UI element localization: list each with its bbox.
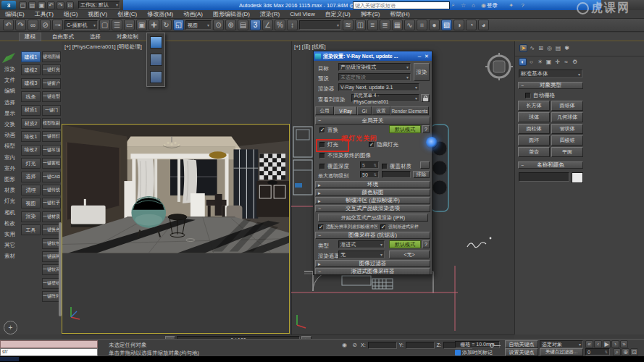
updates-icon[interactable]: ✦	[507, 1, 515, 9]
rollout-name-color[interactable]: −名称和颜色	[518, 161, 583, 169]
render-mask-dropdown[interactable]: 无▾	[338, 251, 385, 258]
curve-editor-icon[interactable]: ∿	[404, 20, 415, 30]
sidebar-cat-8[interactable]: 灯光	[21, 158, 41, 169]
sidebar-cat-5[interactable]: 材质2	[21, 118, 41, 129]
menu-4[interactable]: 创建(C)	[112, 10, 142, 18]
rect-region-icon[interactable]: ▭	[124, 20, 135, 30]
left-viewport-label[interactable]: [+] [PhysCamera001] [明暗处理]	[64, 43, 142, 51]
shapes-icon[interactable]: ○	[527, 58, 535, 66]
sidebar-action-1[interactable]: 一键灯光	[42, 64, 61, 75]
transparency-spinner[interactable]: 50⇅	[360, 171, 379, 178]
sidebar-action-2[interactable]: 一键窗户	[42, 78, 61, 89]
project-folder-icon[interactable]: ⊡	[66, 1, 74, 9]
rollout-frame-buffer[interactable]: ▸帧缓冲区 (虚拟帧缓冲)	[315, 197, 430, 204]
view-to-render-dropdown[interactable]: 四元菜单 4 - PhysCamera001▾	[351, 94, 419, 102]
hierarchy-tab-icon[interactable]: ⊞	[537, 44, 545, 52]
flyout-option-1-icon[interactable]	[150, 36, 162, 49]
go-end-icon[interactable]: »	[620, 340, 628, 348]
app-menu-button[interactable]: 3	[1, 1, 16, 9]
geometry-icon[interactable]: ◐	[519, 58, 527, 66]
menu-10[interactable]: 自定义(U)	[320, 10, 356, 18]
ribbon-tab-3[interactable]: 对象绘制	[112, 33, 143, 41]
hidden-lights-checkbox[interactable]: ✓隐藏灯光	[369, 141, 398, 148]
override-material-checkbox[interactable]: 覆盖材质	[382, 163, 411, 170]
material-editor-icon[interactable]: ●	[429, 20, 440, 30]
use-center-icon[interactable]: ⊙	[213, 20, 224, 30]
create-球体-button[interactable]: 球体	[518, 112, 550, 122]
sidebar-tab-16[interactable]: 其它	[0, 242, 20, 249]
key-filters-button[interactable]: 关键点过滤器...	[540, 348, 583, 356]
depth-spinner[interactable]: 5⇅	[360, 161, 379, 169]
sidebar-tab-11[interactable]: 材质	[0, 187, 20, 194]
sidebar-action-10[interactable]: 一键传统	[42, 185, 61, 195]
exclude-button[interactable]: 排除	[413, 171, 430, 178]
zoom-all-icon[interactable]: ⊕	[622, 348, 630, 356]
ribbon-tab-1[interactable]: 自由形式	[47, 33, 79, 41]
rollout-object-type[interactable]: −对象类型	[518, 82, 583, 89]
open-file-icon[interactable]: ▤	[28, 1, 36, 9]
create-茶壶-button[interactable]: 茶壶	[518, 147, 550, 157]
undo-icon[interactable]: ↶	[47, 1, 55, 9]
menu-9[interactable]: Civil View	[285, 11, 320, 17]
spinner-snap-icon[interactable]: ↕	[287, 20, 298, 30]
render-button[interactable]: 渲染	[414, 63, 430, 81]
go-start-icon[interactable]: «	[585, 340, 593, 348]
flyout-option-3-icon[interactable]	[150, 71, 162, 83]
menu-7[interactable]: 图形编辑器(D)	[208, 10, 255, 18]
schematic-view-icon[interactable]: ⌗	[417, 20, 427, 30]
sidebar-tab-12[interactable]: 灯光	[0, 198, 20, 205]
search-go-icon[interactable]: ⌕	[449, 1, 457, 9]
force-progressive-checkbox[interactable]: ✓强制渐进式采样	[380, 224, 419, 230]
vray-tab-3[interactable]: 设置	[372, 106, 390, 115]
sidebar-action-0[interactable]: 一键地面铺贴	[42, 51, 61, 62]
start-ipr-button[interactable]: 开始交互式产品级渲染 (IPR)	[318, 214, 428, 222]
create-几何球体-button[interactable]: 几何球体	[551, 112, 583, 122]
displacement-checkbox[interactable]: ✓置换	[319, 127, 338, 134]
select-and-link-icon[interactable]: ∞	[28, 20, 38, 30]
next-key-icon[interactable]: ›	[611, 340, 619, 348]
sidebar-tab-15[interactable]: 实用	[0, 231, 20, 238]
selection-lock-icon[interactable]: ⊘	[351, 341, 359, 349]
current-frame-field[interactable]: 0⇅	[585, 348, 610, 355]
create-四棱锥-button[interactable]: 四棱锥	[551, 135, 583, 146]
sidebar-action-12[interactable]: 一键材质	[42, 211, 61, 222]
sidebar-tab-13[interactable]: 相机	[0, 209, 20, 216]
rollout-environment[interactable]: ▸环境	[315, 181, 430, 188]
signin-link[interactable]: 登录	[487, 2, 498, 9]
override-material-picker-button[interactable]	[420, 161, 430, 169]
menu-12[interactable]: 帮助(H)	[385, 10, 414, 18]
right-viewport-label[interactable]: [+] [顶] [线框]	[294, 43, 326, 51]
category-dropdown[interactable]: 标准基本体▾	[519, 70, 582, 78]
vray-dialog-titlebar[interactable]: 渲染设置: V-Ray Next, update ... – ✕	[314, 51, 432, 61]
create-平面-button[interactable]: 平面	[551, 147, 583, 157]
ref-coord-dropdown[interactable]: 视图▾	[185, 20, 212, 30]
sidebar-cat-2[interactable]: 建模3	[21, 78, 41, 89]
sidebar-cat-13[interactable]: 工具	[21, 224, 41, 235]
maxscript-mini-listener-white[interactable]: sh'	[0, 348, 98, 356]
vray-tab-4[interactable]: Render Elements	[390, 106, 429, 115]
y-coord-field[interactable]	[406, 342, 435, 349]
sidebar-action-8[interactable]: 一键窗框	[42, 158, 61, 169]
save-file-icon[interactable]: ▣	[38, 1, 46, 9]
rollout-image-sampler[interactable]: −图像采样器 (抗锯齿)	[315, 232, 430, 239]
motion-tab-icon[interactable]: ◎	[545, 44, 553, 52]
create-tab-icon[interactable]: ➤	[519, 44, 527, 52]
sidebar-action-5[interactable]: 模型取剔	[42, 118, 61, 129]
sidebar-cat-0[interactable]: 建模1	[21, 51, 41, 62]
unlink-selection-icon[interactable]: ⊘	[40, 20, 51, 30]
sidebar-action-11[interactable]: 一键柱子	[42, 198, 61, 209]
scale-icon[interactable]: ◱	[173, 20, 184, 30]
sidebar-action-9[interactable]: 一键CAD	[42, 172, 61, 182]
systems-icon[interactable]: ⚙	[571, 58, 579, 66]
render-production-icon[interactable]: ◔	[466, 20, 477, 30]
select-object-icon[interactable]: ▢	[99, 20, 110, 30]
zoom-extents-icon[interactable]: ⊡	[630, 348, 638, 356]
sidebar-tab-9[interactable]: 室外	[0, 165, 20, 172]
prev-key-icon[interactable]: ‹	[594, 340, 602, 348]
sidebar-cat-4[interactable]: 材质1	[21, 105, 41, 116]
ribbon-tab-0[interactable]: 建模	[19, 33, 41, 41]
rollout-color-mapping[interactable]: ▸颜色贴图	[315, 189, 430, 196]
set-key-button[interactable]: 设置关键点	[505, 348, 538, 356]
menu-3[interactable]: 视图(V)	[83, 10, 112, 18]
selected-light-glow[interactable]	[426, 137, 438, 148]
